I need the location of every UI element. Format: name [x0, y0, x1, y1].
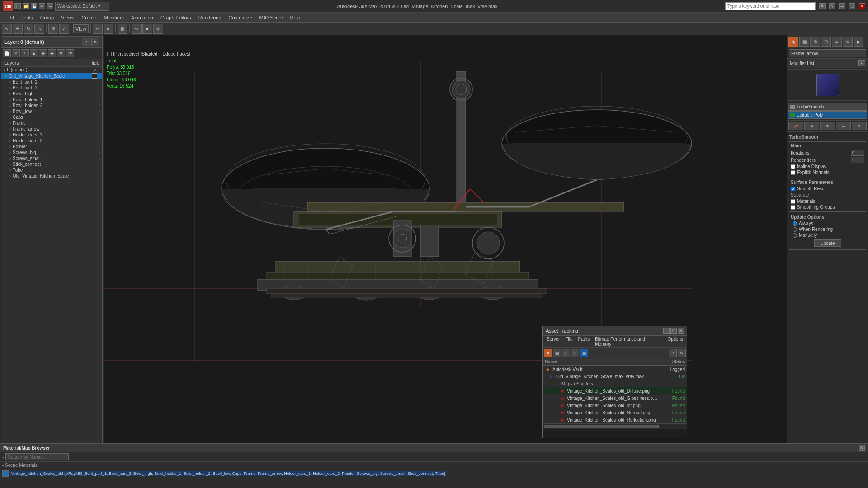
layer-item-bowl-low[interactable]: ▷ Bowl_low ···	[1, 108, 102, 114]
mc-more[interactable]: ⋯	[836, 122, 851, 130]
modifier-dropdown-btn[interactable]: ▾	[858, 60, 865, 66]
mc-delete[interactable]: ✕	[852, 122, 867, 130]
ts-render-input[interactable]	[851, 157, 864, 163]
layer-item-frame[interactable]: ▷ Frame ···	[1, 120, 102, 126]
at-scrollbar[interactable]	[543, 423, 687, 429]
tb-select[interactable]: ↖	[2, 24, 12, 34]
at-tb4[interactable]: ⊟	[571, 349, 579, 357]
layer-item-caps[interactable]: ▷ Caps ···	[1, 114, 102, 120]
tb-scale[interactable]: ⤡	[34, 24, 44, 34]
at-row-vault[interactable]: ◈ Autodesk Vault Logged	[543, 366, 687, 373]
tb-curve[interactable]: ∿	[132, 24, 142, 34]
at-minimize-btn[interactable]: ─	[663, 328, 670, 334]
mb-material-row[interactable]: Vintage_Kitchen_Scales_old (VRayMtl) [Be…	[2, 470, 866, 477]
rt-icon7[interactable]: ▶	[854, 37, 863, 47]
mb-search-input[interactable]	[5, 453, 69, 460]
layer-item-tube[interactable]: ▷ Tube ···	[1, 167, 102, 173]
ts-always-radio[interactable]	[793, 221, 797, 226]
at-tb2[interactable]: ▦	[553, 349, 561, 357]
rt-icon2[interactable]: ▦	[799, 37, 809, 47]
mb-close-btn[interactable]: ✕	[859, 445, 865, 451]
menu-maxscript[interactable]: MAXScript	[256, 14, 287, 21]
lt-highlight[interactable]: ◈	[39, 49, 47, 57]
tb-mirror[interactable]: ⇔	[93, 24, 103, 34]
at-menu-server[interactable]: Server	[544, 336, 562, 347]
new-btn[interactable]: ▢	[14, 3, 21, 9]
at-tb5[interactable]: ▦	[580, 349, 588, 357]
rt-icon3[interactable]: ⊞	[810, 37, 820, 47]
redo-btn[interactable]: ↪	[47, 3, 53, 9]
at-tb-refresh[interactable]: ↻	[678, 349, 686, 357]
layer-item-old-vintage[interactable]: ▷ Old_Vintage_Kitchen_Scale ···	[1, 173, 102, 179]
tb-render-settings[interactable]: ⚙	[153, 24, 163, 34]
at-menu-bitmap[interactable]: Bitmap Performance and Memory	[592, 336, 665, 347]
ts-isoline-check[interactable]	[791, 164, 795, 169]
tb-move[interactable]: ✛	[13, 24, 23, 34]
layer-item-bowl-high[interactable]: ▷ Bowl_high ···	[1, 91, 102, 97]
at-row-maps[interactable]: ▷ Maps / Shaders	[543, 380, 687, 387]
at-row-diffuse[interactable]: ▣ Vintage_Kitchen_Scales_old_Diffuse.png…	[543, 387, 687, 394]
menu-group[interactable]: Group	[37, 14, 58, 21]
close-btn[interactable]: ✕	[859, 3, 865, 9]
at-tb1[interactable]: ■	[544, 349, 552, 357]
ts-update-btn[interactable]: Update	[814, 239, 841, 247]
ts-iter-input[interactable]	[851, 150, 864, 156]
tb-angle[interactable]: ∠	[59, 24, 69, 34]
at-menu-options[interactable]: Options	[665, 336, 686, 347]
rt-icon5[interactable]: ≡	[832, 37, 842, 47]
layer-item-screws-big[interactable]: ▷ Screws_big ···	[1, 150, 102, 155]
lt-move-up[interactable]: ▲	[30, 49, 38, 57]
ts-smooth-check[interactable]	[791, 187, 795, 191]
ts-manually-radio[interactable]	[793, 233, 797, 238]
at-row-ior[interactable]: ▣ Vintage_Kitchen_Scales_old_ior.png Fou…	[543, 402, 687, 409]
layer-checkbox[interactable]	[92, 73, 97, 79]
layer-item-frame-arrow[interactable]: ▷ Frame_arrow ···	[1, 126, 102, 132]
menu-graph-editors[interactable]: Graph Editors	[157, 14, 195, 21]
search-input[interactable]	[725, 2, 816, 10]
rt-icon6[interactable]: ⚙	[843, 37, 853, 47]
menu-modifiers[interactable]: Modifiers	[100, 14, 127, 21]
tb-snap[interactable]: ⊞	[48, 24, 58, 34]
workspace-label[interactable]: Workspace: Default ▾	[55, 2, 109, 11]
at-row-normal[interactable]: ▣ Vintage_Kitchen_Scales_old_Normal.png …	[543, 409, 687, 416]
layer-item-screws-small[interactable]: ▷ Screws_small ···	[1, 155, 102, 161]
lt-select[interactable]: ◉	[48, 49, 56, 57]
modifier-turbosmooth[interactable]: TurboSmooth	[788, 103, 867, 111]
layer-item-bowl-holder2[interactable]: ▷ Bowl_holder_2 ···	[1, 103, 102, 108]
maximize-btn[interactable]: □	[849, 3, 855, 9]
at-tb3[interactable]: ⊞	[562, 349, 570, 357]
layers-help-btn[interactable]: ?	[82, 38, 90, 46]
tb-render[interactable]: ▶	[142, 24, 152, 34]
at-close-btn[interactable]: ✕	[678, 328, 684, 334]
mc-pin[interactable]: 📌	[788, 122, 803, 130]
viewport[interactable]: Total Polys: 33 016 Tris: 33 016 Edges: …	[104, 35, 787, 488]
menu-edit[interactable]: Edit	[2, 14, 18, 21]
at-maximize-btn[interactable]: □	[670, 328, 677, 334]
tb-rotate[interactable]: ↻	[24, 24, 33, 34]
menu-animation[interactable]: Animation	[127, 14, 157, 21]
ts-smoothgroups-check[interactable]	[791, 205, 795, 210]
at-menu-paths[interactable]: Paths	[576, 336, 593, 347]
layer-item-bent1[interactable]: ▷ Bent_part_1 ···	[1, 79, 102, 85]
ts-whenrender-radio[interactable]	[793, 227, 797, 232]
undo-btn[interactable]: ↩	[39, 3, 45, 9]
menu-create[interactable]: Create	[78, 14, 100, 21]
menu-rendering[interactable]: Rendering	[195, 14, 225, 21]
lt-add[interactable]: +	[21, 49, 29, 57]
layer-item-0default[interactable]: ● 0 (default) ✓ ···	[1, 67, 102, 73]
lt-delete[interactable]: ✕	[12, 49, 20, 57]
at-row-glossiness[interactable]: ▣ Vintage_Kitchen_Scales_old_Glossiness.…	[543, 394, 687, 402]
at-row-mainfile[interactable]: 🗎 Old_Vintage_Kitchen_Scale_max_vray.max…	[543, 373, 687, 380]
layer-item-kitchen-scale[interactable]: ● Old_Vintage_Kitchen_Scale ···	[1, 73, 102, 79]
menu-views[interactable]: Views	[57, 14, 78, 21]
rt-icon4[interactable]: ⊟	[821, 37, 831, 47]
menu-help[interactable]: Help	[287, 14, 304, 21]
help-btn[interactable]: ?	[829, 3, 835, 9]
at-menu-file[interactable]: File	[562, 336, 575, 347]
lt-new[interactable]: 📄	[3, 49, 11, 57]
at-tb-help[interactable]: ?	[669, 349, 677, 357]
layer-item-bent2[interactable]: ▷ Bent_part_2 ···	[1, 85, 102, 91]
minimize-btn[interactable]: ─	[839, 3, 845, 9]
lt-freeze[interactable]: ❄	[57, 49, 65, 57]
ts-explicit-check[interactable]	[791, 170, 795, 175]
